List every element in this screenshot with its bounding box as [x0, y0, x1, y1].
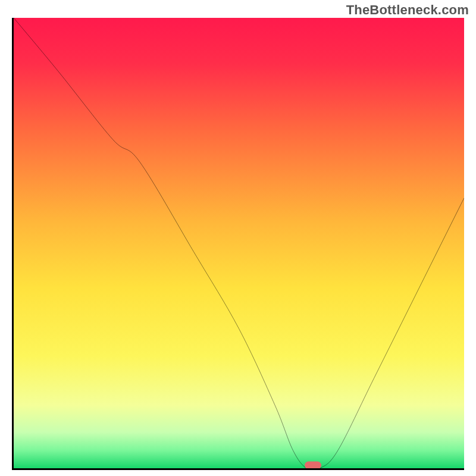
- svg-rect-0: [14, 18, 464, 468]
- optimum-marker: [305, 462, 321, 469]
- background-gradient: [14, 18, 464, 468]
- watermark-text: TheBottleneck.com: [346, 2, 469, 18]
- plot-area: [12, 18, 464, 470]
- chart-container: TheBottleneck.com: [0, 0, 476, 476]
